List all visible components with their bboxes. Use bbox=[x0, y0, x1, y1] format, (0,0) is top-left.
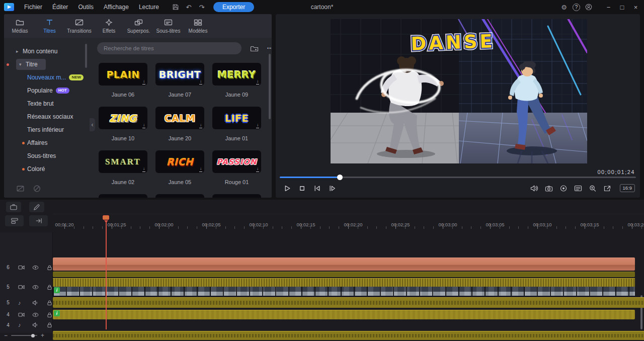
export-button[interactable]: Exporter bbox=[213, 2, 254, 12]
sidebar-item-mon-contenu[interactable]: ▸ Mon contenu bbox=[4, 45, 90, 58]
search-box[interactable] bbox=[97, 42, 242, 54]
snapshot-camera-icon[interactable] bbox=[543, 183, 554, 194]
play-button[interactable] bbox=[281, 183, 293, 194]
lock-icon[interactable] bbox=[46, 300, 53, 306]
sidebar-item-tiers-inferieur[interactable]: Tiers inférieur bbox=[4, 123, 90, 136]
clip-track4-video[interactable] bbox=[53, 310, 635, 319]
clip-track5-audio[interactable] bbox=[53, 297, 644, 308]
seek-handle[interactable] bbox=[337, 175, 343, 180]
sidebar-scrollbar[interactable] bbox=[85, 44, 87, 68]
title-template-partial[interactable] bbox=[155, 194, 204, 198]
download-icon[interactable]: ↓ bbox=[256, 167, 259, 172]
menu-affichage[interactable]: Affichage bbox=[99, 2, 134, 12]
title-template-smart[interactable]: SMART ↓ bbox=[99, 150, 147, 173]
tab-effets[interactable]: Effets bbox=[94, 14, 124, 38]
video-track-icon[interactable] bbox=[18, 265, 25, 271]
maximize-button[interactable]: □ bbox=[616, 2, 628, 13]
title-template-plain[interactable]: PLAIN ↓ bbox=[99, 63, 147, 86]
zoom-in-icon[interactable]: + bbox=[41, 332, 44, 338]
crossed-circle-icon[interactable] bbox=[33, 184, 41, 193]
clip-track6-overlay[interactable] bbox=[53, 258, 635, 271]
help-icon[interactable]: ? bbox=[573, 4, 580, 11]
seek-track[interactable] bbox=[280, 177, 636, 178]
detach-window-icon[interactable] bbox=[602, 183, 613, 194]
speaker-mute-icon[interactable] bbox=[32, 322, 39, 328]
zoom-out-icon[interactable]: − bbox=[4, 332, 8, 338]
tab-transitions[interactable]: Transitions bbox=[64, 14, 94, 38]
auto-ripple-icon[interactable] bbox=[29, 215, 48, 226]
crossed-frame-icon[interactable] bbox=[16, 184, 25, 193]
sidebar-item-texte-brut[interactable]: Texte brut bbox=[4, 97, 90, 110]
account-icon[interactable] bbox=[583, 2, 594, 12]
tab-modeles[interactable]: Modèles bbox=[183, 14, 213, 38]
next-frame-button[interactable] bbox=[326, 183, 338, 194]
record-icon[interactable] bbox=[558, 183, 569, 194]
stop-button[interactable] bbox=[296, 183, 308, 194]
search-input[interactable] bbox=[104, 45, 235, 51]
download-icon[interactable]: ↓ bbox=[142, 167, 145, 172]
download-icon[interactable]: ↓ bbox=[199, 167, 202, 172]
download-icon[interactable]: ↓ bbox=[256, 79, 259, 84]
marker-pen-icon[interactable] bbox=[29, 202, 44, 212]
title-template-merry[interactable]: MERRY ↓ bbox=[212, 63, 261, 86]
add-folder-icon[interactable] bbox=[250, 45, 259, 52]
playhead-handle[interactable] bbox=[103, 215, 109, 220]
menu-fichier[interactable]: Fichier bbox=[19, 2, 47, 12]
tab-titres[interactable]: Titres bbox=[35, 14, 64, 38]
previous-frame-button[interactable] bbox=[311, 183, 323, 194]
collapse-panel-button[interactable]: ‹ bbox=[90, 118, 95, 131]
clip-track4-audio[interactable] bbox=[53, 331, 644, 340]
more-options-icon[interactable]: ••• bbox=[267, 46, 272, 51]
save-icon[interactable] bbox=[170, 2, 181, 12]
menu-editer[interactable]: Éditer bbox=[47, 2, 73, 12]
eye-visibility-icon[interactable] bbox=[32, 312, 39, 318]
menu-outils[interactable]: Outils bbox=[73, 2, 99, 12]
minimize-button[interactable]: − bbox=[602, 2, 615, 13]
title-template-life[interactable]: LIFE ↓ bbox=[212, 107, 261, 129]
zoom-slider[interactable] bbox=[11, 335, 37, 336]
settings-gear-icon[interactable]: ⚙ bbox=[558, 2, 570, 12]
eye-visibility-icon[interactable] bbox=[32, 265, 39, 271]
video-track-icon[interactable] bbox=[18, 284, 25, 290]
sidebar-item-affaires[interactable]: Affaires bbox=[4, 136, 90, 149]
sidebar-item-reseaux-sociaux[interactable]: Réseaux sociaux bbox=[4, 110, 90, 123]
volume-icon[interactable] bbox=[529, 183, 540, 194]
eye-visibility-icon[interactable] bbox=[32, 284, 39, 290]
menu-lecture[interactable]: Lecture bbox=[134, 2, 164, 12]
sidebar-item-nouveaux[interactable]: Nouveaux m... NEW bbox=[4, 71, 90, 84]
sidebar-item-populaire[interactable]: Populaire HOT bbox=[4, 84, 90, 97]
title-template-calm[interactable]: CALM ↓ bbox=[155, 107, 204, 129]
tab-medias[interactable]: Médias bbox=[5, 14, 35, 38]
clip-track6-audio-strip[interactable] bbox=[53, 272, 635, 277]
speaker-mute-icon[interactable] bbox=[32, 300, 39, 306]
tab-superpos[interactable]: Superpos. bbox=[124, 14, 153, 38]
close-button[interactable]: × bbox=[629, 2, 642, 13]
download-icon[interactable]: ↓ bbox=[256, 123, 259, 128]
seek-bar[interactable] bbox=[280, 174, 636, 180]
sidebar-item-titre[interactable]: ▾ Titre bbox=[4, 58, 90, 71]
zoom-magnifier-icon[interactable] bbox=[587, 183, 598, 194]
title-template-zing[interactable]: ZING ↓ bbox=[99, 107, 147, 129]
lock-icon[interactable] bbox=[46, 265, 53, 271]
aspect-ratio-chip[interactable]: 16:9 bbox=[620, 184, 635, 193]
download-icon[interactable]: ↓ bbox=[142, 79, 145, 84]
templates-scrollbar[interactable] bbox=[269, 54, 271, 119]
sidebar-item-sous-titres[interactable]: Sous-titres bbox=[4, 149, 90, 162]
title-template-partial[interactable] bbox=[212, 194, 261, 198]
lock-icon[interactable] bbox=[46, 284, 53, 290]
sidebar-item-colore[interactable]: Coloré bbox=[4, 162, 90, 176]
title-template-partial[interactable] bbox=[99, 194, 147, 198]
lock-icon[interactable] bbox=[46, 322, 53, 328]
track-manager-icon[interactable] bbox=[5, 215, 24, 226]
title-template-passion[interactable]: PASSION ↓ bbox=[212, 150, 261, 173]
undo-icon[interactable]: ↶ bbox=[183, 2, 194, 12]
tab-sous-titres[interactable]: Sous-titres bbox=[153, 14, 183, 38]
video-track-icon[interactable] bbox=[18, 312, 25, 318]
lock-icon[interactable] bbox=[46, 312, 53, 318]
toolbox-icon[interactable] bbox=[6, 202, 21, 212]
zoom-slider-handle[interactable] bbox=[31, 334, 35, 337]
title-template-bright[interactable]: BRIGHT ↓ bbox=[155, 63, 204, 86]
clip-track5-video[interactable] bbox=[53, 278, 635, 296]
download-icon[interactable]: ↓ bbox=[142, 123, 145, 128]
timeline-ruler[interactable]: 00;01;20 00;01;25 00;02;00 00;02;05 00;0… bbox=[53, 214, 644, 232]
